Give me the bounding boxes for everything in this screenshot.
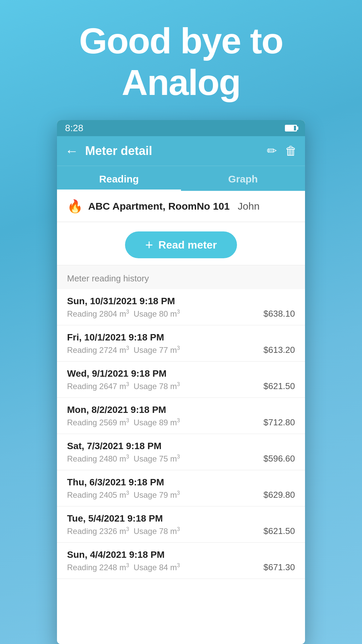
status-bar: 8:28 <box>57 120 305 136</box>
read-meter-button[interactable]: + Read meter <box>125 231 237 258</box>
reading-value: Reading 2480 m3 Usage 75 m3 <box>67 454 180 464</box>
reading-date: Sun, 10/31/2021 9:18 PM <box>67 296 295 307</box>
table-row[interactable]: Tue, 5/4/2021 9:18 PM Reading 2326 m3 Us… <box>57 506 305 543</box>
hero-line1: Good bye to <box>20 20 342 62</box>
meter-apartment-name: ABC Apartment, RoomNo 101 <box>88 201 230 212</box>
reading-date: Thu, 6/3/2021 9:18 PM <box>67 477 295 488</box>
reading-details: Reading 2569 m3 Usage 89 m3 $712.80 <box>67 417 295 428</box>
phone-shell: 8:28 ← Meter detail ✏ 🗑 Reading Graph 🔥 … <box>57 120 305 644</box>
app-toolbar: ← Meter detail ✏ 🗑 <box>57 136 305 166</box>
reading-value: Reading 2724 m3 Usage 77 m3 <box>67 345 180 355</box>
reading-price: $621.50 <box>263 381 295 391</box>
reading-value: Reading 2326 m3 Usage 78 m3 <box>67 526 180 536</box>
plus-icon: + <box>145 238 153 252</box>
reading-date: Tue, 5/4/2021 9:18 PM <box>67 513 295 524</box>
reading-details: Reading 2804 m3 Usage 80 m3 $638.10 <box>67 309 295 319</box>
reading-price: $621.50 <box>263 526 295 536</box>
reading-details: Reading 2647 m3 Usage 78 m3 $621.50 <box>67 381 295 391</box>
readings-list: Sun, 10/31/2021 9:18 PM Reading 2804 m3 … <box>57 289 305 644</box>
reading-details: Reading 2248 m3 Usage 84 m3 $671.30 <box>67 562 295 573</box>
reading-details: Reading 2326 m3 Usage 78 m3 $621.50 <box>67 526 295 536</box>
reading-details: Reading 2405 m3 Usage 79 m3 $629.80 <box>67 490 295 500</box>
reading-details: Reading 2724 m3 Usage 77 m3 $613.20 <box>67 345 295 355</box>
tabs-container: Reading Graph <box>57 166 305 191</box>
hero-section: Good bye to Analog <box>0 0 362 120</box>
reading-price: $671.30 <box>263 562 295 573</box>
hero-line2: Analog <box>20 62 342 103</box>
back-button[interactable]: ← <box>65 144 78 158</box>
table-row[interactable]: Wed, 9/1/2021 9:18 PM Reading 2647 m3 Us… <box>57 362 305 398</box>
edit-icon[interactable]: ✏ <box>267 144 277 158</box>
tab-graph[interactable]: Graph <box>181 166 305 191</box>
table-row[interactable]: Thu, 6/3/2021 9:18 PM Reading 2405 m3 Us… <box>57 470 305 506</box>
reading-date: Sat, 7/3/2021 9:18 PM <box>67 441 295 451</box>
table-row[interactable]: Fri, 10/1/2021 9:18 PM Reading 2724 m3 U… <box>57 325 305 362</box>
battery-icon <box>285 125 297 131</box>
reading-value: Reading 2804 m3 Usage 80 m3 <box>67 309 180 319</box>
table-row[interactable]: Sun, 10/31/2021 9:18 PM Reading 2804 m3 … <box>57 289 305 325</box>
reading-value: Reading 2405 m3 Usage 79 m3 <box>67 490 180 500</box>
reading-price: $629.80 <box>263 490 295 500</box>
reading-date: Mon, 8/2/2021 9:18 PM <box>67 405 295 415</box>
fire-icon: 🔥 <box>67 199 83 214</box>
history-section-label: Meter reading history <box>57 265 305 289</box>
table-row[interactable]: Mon, 8/2/2021 9:18 PM Reading 2569 m3 Us… <box>57 398 305 434</box>
reading-price: $712.80 <box>263 417 295 428</box>
reading-value: Reading 2569 m3 Usage 89 m3 <box>67 418 180 427</box>
reading-details: Reading 2480 m3 Usage 75 m3 $596.60 <box>67 453 295 464</box>
reading-price: $638.10 <box>263 309 295 319</box>
reading-value: Reading 2647 m3 Usage 78 m3 <box>67 381 180 391</box>
delete-icon[interactable]: 🗑 <box>285 144 297 158</box>
reading-price: $596.60 <box>263 453 295 464</box>
read-meter-label: Read meter <box>159 239 217 251</box>
read-meter-btn-wrap: + Read meter <box>57 222 305 265</box>
reading-date: Fri, 10/1/2021 9:18 PM <box>67 332 295 343</box>
toolbar-actions: ✏ 🗑 <box>267 144 297 158</box>
reading-date: Wed, 9/1/2021 9:18 PM <box>67 368 295 379</box>
status-time: 8:28 <box>65 123 83 133</box>
table-row[interactable]: Sat, 7/3/2021 9:18 PM Reading 2480 m3 Us… <box>57 434 305 470</box>
toolbar-title: Meter detail <box>85 144 267 158</box>
tab-reading[interactable]: Reading <box>57 166 181 191</box>
meter-user-name: John <box>238 201 259 212</box>
table-row[interactable]: Sun, 4/4/2021 9:18 PM Reading 2248 m3 Us… <box>57 543 305 579</box>
content-area: 🔥 ABC Apartment, RoomNo 101 John + Read … <box>57 191 305 644</box>
reading-date: Sun, 4/4/2021 9:18 PM <box>67 549 295 560</box>
reading-value: Reading 2248 m3 Usage 84 m3 <box>67 562 180 572</box>
meter-info-bar: 🔥 ABC Apartment, RoomNo 101 John <box>57 191 305 222</box>
reading-price: $613.20 <box>263 345 295 355</box>
